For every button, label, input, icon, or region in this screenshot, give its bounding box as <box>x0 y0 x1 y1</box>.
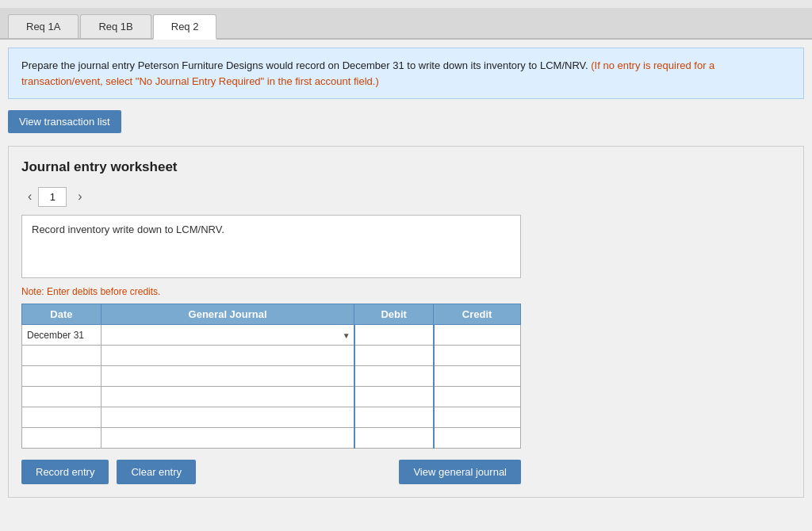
table-row-credit-3[interactable] <box>434 387 521 407</box>
debit-input-0[interactable] <box>355 325 433 345</box>
journal-table: Date General Journal Debit Credit Decemb… <box>21 304 521 449</box>
table-row-credit-5[interactable] <box>434 428 521 449</box>
gj-input-4[interactable] <box>102 407 354 427</box>
page-number: 1 <box>38 187 67 207</box>
clear-entry-button[interactable]: Clear entry <box>117 460 196 484</box>
table-row-gj-5[interactable] <box>101 428 354 449</box>
worksheet-container: Journal entry worksheet ‹ 1 › Record inv… <box>8 146 804 498</box>
table-row-debit-4[interactable] <box>354 407 434 428</box>
tab-req2[interactable]: Req 2 <box>153 14 217 40</box>
nav-row: ‹ 1 › <box>21 186 791 207</box>
table-row-date-2 <box>22 366 102 387</box>
credit-input-2[interactable] <box>435 366 520 386</box>
gj-input-0[interactable] <box>102 325 354 345</box>
table-row-debit-1[interactable] <box>354 346 434 366</box>
description-box: Record inventory write down to LCM/NRV. <box>21 215 521 278</box>
table-row-date-0: December 31 <box>22 325 102 346</box>
col-credit: Credit <box>434 304 521 325</box>
table-row-gj-3[interactable] <box>101 387 354 407</box>
table-row-credit-4[interactable] <box>434 407 521 428</box>
debit-input-2[interactable] <box>355 366 433 386</box>
table-row-gj-1[interactable] <box>101 346 354 366</box>
record-entry-button[interactable]: Record entry <box>21 460 109 484</box>
gj-input-5[interactable] <box>102 428 354 448</box>
table-row-debit-3[interactable] <box>354 387 434 407</box>
next-arrow[interactable]: › <box>71 186 88 207</box>
table-row-gj-2[interactable] <box>101 366 354 387</box>
credit-input-5[interactable] <box>435 428 520 448</box>
debit-input-3[interactable] <box>355 387 433 407</box>
prev-arrow[interactable]: ‹ <box>21 186 38 207</box>
table-row-credit-0[interactable] <box>434 325 521 346</box>
table-row-gj-4[interactable] <box>101 407 354 428</box>
note-text: Note: Enter debits before credits. <box>21 286 791 297</box>
tab-req1b[interactable]: Req 1B <box>80 14 151 38</box>
col-gj: General Journal <box>101 304 354 325</box>
table-row-debit-2[interactable] <box>354 366 434 387</box>
gj-input-3[interactable] <box>102 387 354 407</box>
credit-input-1[interactable] <box>435 346 520 365</box>
bottom-buttons: Record entry Clear entry View general jo… <box>21 460 521 484</box>
credit-input-0[interactable] <box>435 325 520 345</box>
gj-input-1[interactable] <box>102 346 354 365</box>
table-row-debit-5[interactable] <box>354 428 434 449</box>
table-row-debit-0[interactable] <box>354 325 434 346</box>
col-date: Date <box>22 304 102 325</box>
credit-input-4[interactable] <box>435 407 520 427</box>
table-row-credit-2[interactable] <box>434 366 521 387</box>
tab-req1a[interactable]: Req 1A <box>8 14 79 38</box>
credit-input-3[interactable] <box>435 387 520 407</box>
debit-input-5[interactable] <box>355 428 433 448</box>
col-debit: Debit <box>354 304 434 325</box>
instruction-main: Prepare the journal entry Peterson Furni… <box>21 59 588 71</box>
tab-bar: Req 1A Req 1B Req 2 <box>0 8 812 40</box>
debit-input-1[interactable] <box>355 346 433 365</box>
bottom-left-buttons: Record entry Clear entry <box>21 460 196 484</box>
worksheet-title: Journal entry worksheet <box>21 159 791 175</box>
table-row-gj-0[interactable]: ▼ <box>101 325 354 346</box>
table-row-credit-1[interactable] <box>434 346 521 366</box>
table-row-date-1 <box>22 346 102 366</box>
instruction-box: Prepare the journal entry Peterson Furni… <box>8 48 804 99</box>
table-row-date-5 <box>22 428 102 449</box>
view-transaction-button[interactable]: View transaction list <box>8 110 121 133</box>
table-row-date-4 <box>22 407 102 428</box>
table-row-date-3 <box>22 387 102 407</box>
gj-input-2[interactable] <box>102 366 354 386</box>
debit-input-4[interactable] <box>355 407 433 427</box>
view-general-journal-button[interactable]: View general journal <box>399 460 521 484</box>
